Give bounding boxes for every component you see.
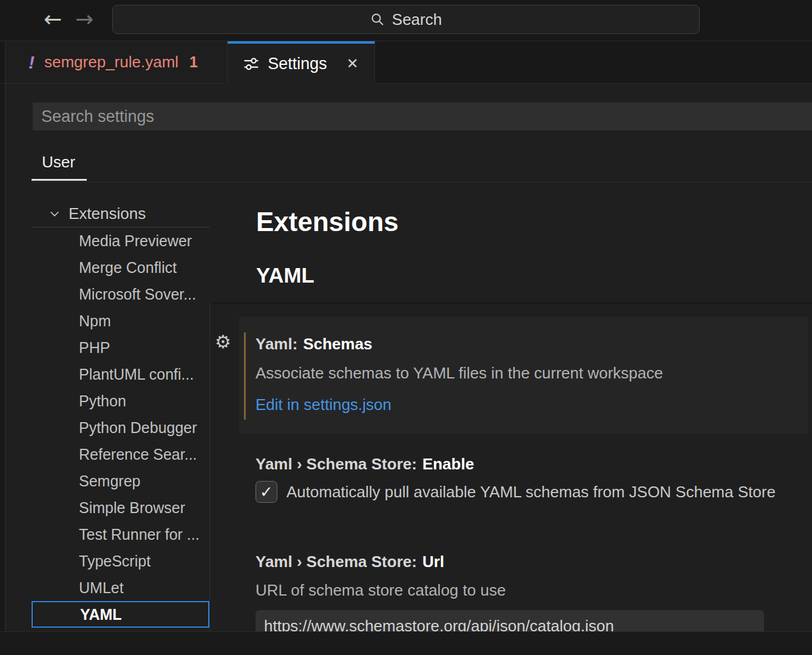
toc-item-test-runner[interactable]: Test Runner for ...: [32, 521, 209, 548]
toc-content-divider: [209, 303, 210, 631]
editor-left-edge: [0, 84, 5, 631]
setting-title-schemas: Yaml:Schemas: [255, 335, 373, 354]
toc-item-plantuml[interactable]: PlantUML confi...: [32, 361, 209, 388]
toc-list: Media Previewer Merge Conflict Microsoft…: [32, 227, 209, 628]
toc-item-php[interactable]: PHP: [32, 334, 209, 361]
tab-semgrep-rule-yaml[interactable]: ! semgrep_rule.yaml 1: [5, 41, 228, 84]
gear-icon[interactable]: ⚙: [215, 331, 231, 352]
checkbox-description: Automatically pull available YAML schema…: [286, 483, 776, 502]
command-center-search[interactable]: Search: [112, 5, 700, 34]
toc-item-python-debugger[interactable]: Python Debugger: [32, 414, 209, 441]
tabbar-filler: [375, 41, 812, 84]
setting-category: Yaml:: [255, 335, 297, 353]
toc-item-yaml-selected[interactable]: YAML: [32, 601, 209, 628]
back-icon[interactable]: ←: [44, 6, 62, 33]
chevron-down-icon: [49, 207, 61, 220]
edit-in-settings-json-link[interactable]: Edit in settings.json: [255, 395, 391, 414]
content-header-shadow: [210, 302, 812, 304]
setting-category: Yaml › Schema Store:: [255, 553, 417, 571]
setting-description: URL of schema store catalog to use: [255, 581, 506, 600]
scope-divider: [32, 182, 812, 183]
tab-file-problem-badge: 1: [189, 53, 198, 71]
modified-indicator: [244, 332, 246, 420]
checkmark-icon: ✓: [260, 483, 273, 501]
setting-category: Yaml › Schema Store:: [255, 455, 417, 473]
toc-item-media-previewer[interactable]: Media Previewer: [32, 227, 209, 254]
bottom-panel-strip: [0, 631, 812, 655]
command-center-label: Search: [392, 10, 442, 29]
section-title: YAML: [256, 263, 314, 287]
setting-label: Url: [422, 553, 444, 571]
close-icon[interactable]: ✕: [347, 55, 359, 72]
schema-store-url-input[interactable]: [255, 610, 764, 631]
toc-group-label: Extensions: [69, 204, 146, 223]
toc-item-merge-conflict[interactable]: Merge Conflict: [32, 254, 209, 281]
settings-toc: Extensions Media Previewer Merge Conflic…: [32, 200, 209, 628]
schema-store-enable-checkbox[interactable]: ✓: [255, 481, 277, 503]
toc-item-umlet[interactable]: UMLet: [32, 574, 209, 601]
tab-settings[interactable]: Settings ✕: [228, 41, 375, 84]
setting-label: Schemas: [303, 335, 372, 353]
toc-item-reference-search[interactable]: Reference Sear...: [32, 441, 209, 468]
yaml-file-icon: !: [29, 52, 35, 73]
toc-group-extensions[interactable]: Extensions: [32, 200, 209, 227]
tabbar-filler: [0, 41, 5, 84]
title-bar: ← → Search: [0, 0, 812, 41]
tab-settings-label: Settings: [268, 55, 327, 73]
search-icon: [370, 12, 385, 27]
scope-tab-active-underline: [32, 179, 87, 181]
tab-file-label: semgrep_rule.yaml: [44, 53, 178, 72]
setting-row-yaml-schemas: Yaml:Schemas Associate schemas to YAML f…: [239, 317, 808, 434]
forward-icon[interactable]: →: [75, 6, 93, 33]
sliders-icon: [243, 56, 259, 72]
toc-item-typescript[interactable]: TypeScript: [32, 548, 209, 574]
tab-bar: ! semgrep_rule.yaml 1 Settings ✕: [0, 41, 812, 84]
vscode-window: ← → Search ! semgrep_rule.yaml 1: [0, 0, 812, 655]
settings-search-input[interactable]: [33, 102, 812, 130]
setting-title-schema-store-enable: Yaml › Schema Store:Enable: [255, 455, 474, 474]
toc-item-simple-browser[interactable]: Simple Browser: [32, 494, 209, 521]
toc-item-python[interactable]: Python: [32, 388, 209, 414]
toc-item-microsoft-sover[interactable]: Microsoft Sover...: [32, 281, 209, 307]
toc-item-npm[interactable]: Npm: [32, 307, 209, 334]
settings-editor: User Extensions Media Previewer Merge Co…: [0, 84, 812, 631]
setting-label: Enable: [422, 455, 474, 473]
setting-description: Associate schemas to YAML files in the c…: [255, 364, 663, 383]
toc-item-semgrep[interactable]: Semgrep: [32, 468, 209, 494]
page-title: Extensions: [256, 207, 399, 237]
setting-title-schema-store-url: Yaml › Schema Store:Url: [255, 553, 444, 571]
scope-tab-user[interactable]: User: [42, 153, 75, 172]
